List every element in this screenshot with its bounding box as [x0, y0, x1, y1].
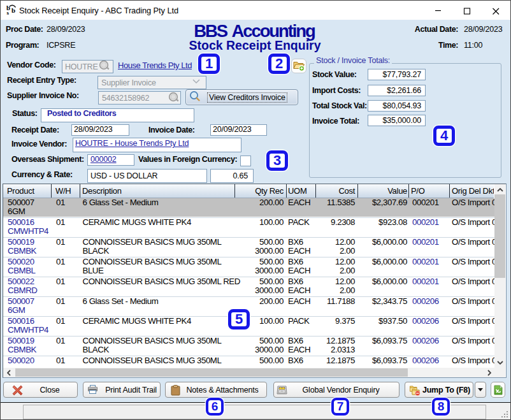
svg-text:b: b — [11, 6, 15, 14]
svg-text:s: s — [7, 10, 10, 16]
